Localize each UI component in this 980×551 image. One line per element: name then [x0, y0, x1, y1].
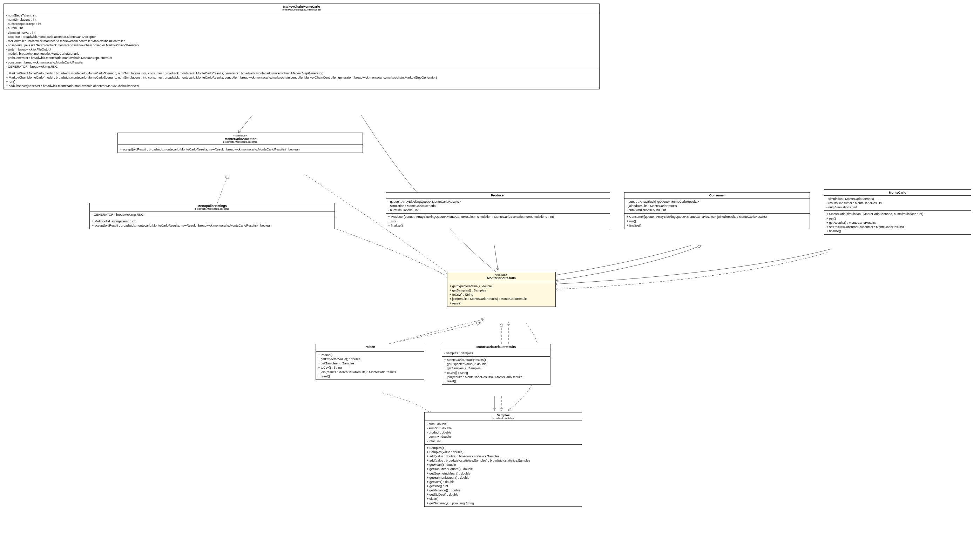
attribute: - sumInv : double [427, 435, 579, 439]
class-title: Producer [491, 194, 505, 197]
operation: + Samples() [427, 446, 579, 450]
attribute: - simulation : MonteCarloScenario [826, 197, 969, 201]
operation: + join(results : MonteCarloResults) : Mo… [318, 370, 422, 374]
class-title: MetropolisHastings [197, 204, 227, 208]
attribute: - writer : broadwick.io.FileOutput [6, 47, 597, 51]
attribute: - numSimulations : int [826, 205, 969, 209]
attribute: - joinedResults : MonteCarloResults [627, 204, 808, 208]
operation: + getSummary() : java.lang.String [427, 501, 579, 505]
attribute: - product : double [427, 430, 579, 435]
class-package: broadwick.montecarlo.acceptor [120, 141, 360, 143]
attribute: - burnIn : int [6, 26, 597, 30]
operation: + join(results : MonteCarloResults) : Mo… [450, 297, 553, 301]
operation: + getGeometricMean() : double [427, 471, 579, 476]
operation: + addObserver(observer : broadwick.monte… [6, 84, 597, 88]
operation: + finalize() [627, 223, 808, 228]
attribute: - sumSqr : double [427, 426, 579, 430]
operation: + join(results : MonteCarloResults) : Mo… [444, 375, 548, 379]
class-package: broadwick.montecarlo.markovchain [6, 8, 597, 11]
class-monte-carlo: MonteCarlo - simulation : MonteCarloScen… [824, 190, 971, 235]
operation: + reset() [444, 379, 548, 383]
operation: + toCsv() : String [318, 365, 422, 369]
attribute: - thinningInterval : int [6, 30, 597, 35]
attribute: - numSimulations : int [388, 208, 608, 212]
attribute: - sum : double [427, 422, 579, 426]
attribute: - numAcceptedSteps : int [6, 22, 597, 26]
attribute: - total : int [427, 439, 579, 443]
attribute: - resultsConsumer : MonteCarloResults [826, 201, 969, 205]
class-metropolis-hastings: MetropolisHastings broadwick.montecarlo.… [89, 203, 335, 229]
operation: + getSamples() : Samples [318, 361, 422, 365]
operation: + toCsv() : String [444, 371, 548, 375]
interface-monte-carlo-acceptor: «interface» MonteCarloAcceptor broadwick… [118, 132, 363, 153]
stereotype: «interface» [450, 273, 553, 276]
attribute: - mcController : broadwick.montecarlo.ma… [6, 39, 597, 43]
class-title: Consumer [709, 194, 725, 197]
attribute: - numSimulationsFound : int [627, 208, 808, 212]
operation: + getExpectedValue() : double [444, 362, 548, 366]
operation: + getSum() : double [427, 480, 579, 484]
operation: + getMean() : double [427, 463, 579, 467]
stereotype: «interface» [120, 134, 360, 137]
operation: + reset() [318, 374, 422, 379]
class-title: MonteCarloResults [487, 276, 516, 280]
operation: + getSize() : int [427, 484, 579, 488]
operation: + Poison() [318, 353, 422, 357]
attribute: - acceptor : broadwick.montecarlo.accept… [6, 35, 597, 39]
operation: + MarkovChainMonteCarlo(model : broadwic… [6, 71, 597, 75]
operation: + add(value : double) : broadwick.statis… [427, 454, 579, 459]
operation: + accept(oldResult : broadwick.montecarl… [92, 223, 332, 228]
operation: + MonteCarloDefaultResults() [444, 358, 548, 362]
operation: + getRootMeanSquare() : double [427, 467, 579, 471]
operation: + getHarmonicMean() : double [427, 476, 579, 480]
attribute: - queue : ArrayBlockingQueue<MonteCarloR… [627, 199, 808, 204]
attribute: - consumer : broadwick.montecarlo.MonteC… [6, 61, 597, 65]
operation: + getVariance() : double [427, 488, 579, 492]
attribute: - GENERATOR : broadwick.rng.RNG [92, 213, 332, 217]
attribute: - numStepsTaken : int [6, 13, 597, 18]
operation: + setResultsConsumer(consumer : MonteCar… [826, 225, 969, 229]
class-title: Samples [496, 414, 509, 417]
operation: + Samples(value : double) [427, 450, 579, 454]
operation: + finalize() [388, 223, 608, 228]
class-title: MonteCarlo [889, 191, 906, 194]
operation: + run() [627, 219, 808, 223]
operation: + getSamples() : Samples [450, 288, 553, 293]
attribute: - GENERATOR : broadwick.rng.RNG [6, 65, 597, 69]
interface-monte-carlo-results: «interface» MonteCarloResults + getExpec… [447, 272, 556, 307]
attribute: - numSimulations : int [6, 18, 597, 22]
operation: + MarkovChainMonteCarlo(model : broadwic… [6, 75, 597, 80]
operation: + clear() [427, 497, 579, 501]
operation: + getStdDev() : double [427, 492, 579, 497]
operation: + accept(oldResult : broadwick.montecarl… [120, 147, 360, 151]
operation: + add(value : broadwick.statistics.Sampl… [427, 459, 579, 463]
operation: + finalize() [826, 229, 969, 233]
attribute: - pathGenerator : broadwick.montecarlo.m… [6, 56, 597, 60]
attribute: - samples : Samples [444, 351, 548, 355]
class-title: MonteCarloAcceptor [225, 137, 256, 141]
class-markov-chain-monte-carlo: MarkovChainMonteCarlo broadwick.montecar… [3, 3, 600, 89]
class-title: MonteCarloDefaultResults [477, 345, 516, 349]
class-consumer: Consumer - queue : ArrayBlockingQueue<Mo… [624, 192, 810, 229]
operation: + getExpectedValue() : double [450, 284, 553, 288]
operation: + toCsv() : String [450, 293, 553, 297]
attribute: - queue : ArrayBlockingQueue<MonteCarloR… [388, 199, 608, 204]
operation: + getSamples() : Samples [444, 366, 548, 370]
class-package: broadwick.montecarlo.acceptor [92, 208, 332, 210]
operation: + getExpectedValue() : double [318, 357, 422, 361]
class-producer: Producer - queue : ArrayBlockingQueue<Mo… [386, 192, 610, 229]
operation: + run() [6, 80, 597, 84]
class-package: broadwick.statistics [427, 417, 579, 419]
operation: + Consumer(queue : ArrayBlockingQueue<Mo… [627, 215, 808, 219]
class-title: MarkovChainMonteCarlo [283, 5, 320, 8]
class-samples: Samples broadwick.statistics - sum : dou… [424, 412, 582, 507]
operation: + getResults() : MonteCarloResults [826, 221, 969, 225]
operation: + reset() [450, 301, 553, 306]
operation: + MetropolisHastings(seed : int) [92, 219, 332, 223]
operation: + run() [388, 219, 608, 223]
attribute: - simulation : MonteCarloScenario [388, 204, 608, 208]
class-poison: Poison + Poison() + getExpectedValue() :… [315, 344, 424, 380]
operation: + run() [826, 217, 969, 221]
attribute: - observers : java.util.Set<broadwick.mo… [6, 43, 597, 47]
class-monte-carlo-default-results: MonteCarloDefaultResults - samples : Sam… [442, 344, 550, 385]
